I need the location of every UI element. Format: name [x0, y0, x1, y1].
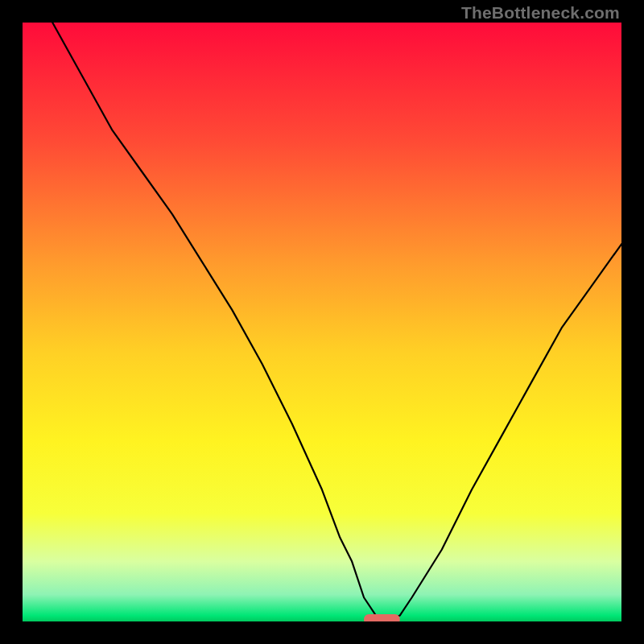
gradient-background [23, 23, 621, 621]
chart-frame [23, 23, 621, 621]
bottleneck-chart [23, 23, 621, 621]
optimal-marker [364, 614, 400, 621]
watermark-text: TheBottleneck.com [461, 3, 620, 23]
